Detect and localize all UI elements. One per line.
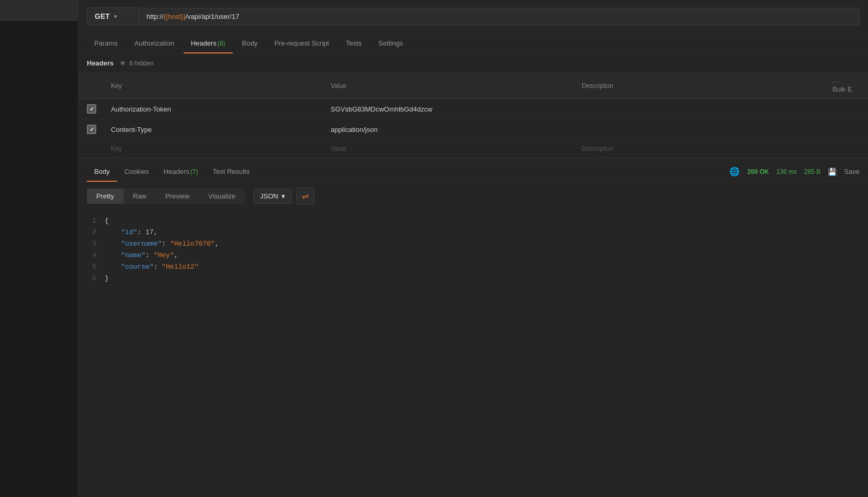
desc-cell-placeholder[interactable]: Description [576, 140, 826, 158]
tab-settings[interactable]: Settings [371, 33, 410, 53]
response-headers-badge: (7) [190, 168, 198, 175]
code-line-3: 3 "username": "Hello7070", [78, 238, 868, 250]
line-content: "course": "Hello12" [105, 261, 868, 273]
line-content: "name": "Hey", [105, 250, 868, 261]
chevron-down-icon: ▾ [114, 14, 117, 19]
chevron-down-icon: ▾ [281, 192, 285, 200]
sidebar-active-item[interactable] [0, 0, 78, 21]
key-cell-placeholder[interactable]: Key [105, 140, 324, 158]
line-number: 4 [78, 250, 105, 261]
headers-section: Headers 👁 6 hidden [78, 54, 868, 73]
th-key: Key [105, 73, 324, 99]
more-icon[interactable]: ··· [832, 78, 841, 85]
code-line-2: 2 "id": 17, [78, 227, 868, 238]
desc-cell[interactable] [576, 119, 826, 140]
key-cell[interactable]: Content-Type [105, 119, 324, 140]
action-cell [826, 99, 868, 119]
th-checkbox [78, 73, 105, 99]
app-container: GET ▾ http://{{host}}/vapi/api1/user/17 … [0, 0, 868, 497]
format-tab-preview[interactable]: Preview [156, 189, 199, 204]
status-size-label: 285 B [804, 168, 820, 175]
desc-cell[interactable] [576, 99, 826, 119]
url-template: {{host}} [164, 13, 186, 20]
table-header-row: Key Value Description ··· Bulk E [78, 73, 868, 99]
json-format-select[interactable]: JSON ▾ [253, 189, 292, 204]
response-tab-headers[interactable]: Headers(7) [156, 161, 206, 182]
json-key: "course" [121, 263, 153, 271]
json-brace: } [105, 274, 109, 282]
response-format-bar: Pretty Raw Preview Visualize JSON ▾ ⇌ [78, 182, 868, 210]
bulk-edit-label[interactable]: Bulk E [832, 85, 852, 93]
method-select[interactable]: GET ▾ [87, 7, 139, 25]
line-content: { [105, 215, 868, 227]
code-area: 1 { 2 "id": 17, 3 "username": "Hello7070… [78, 210, 868, 497]
headers-table: Key Value Description ··· Bulk E [78, 73, 868, 158]
url-display[interactable]: http://{{host}}/vapi/api1/user/17 [139, 8, 860, 25]
json-value: "Hello12" [162, 263, 198, 271]
tab-headers[interactable]: Headers(8) [184, 33, 233, 53]
value-cell[interactable]: application/json [324, 119, 576, 140]
th-description: Description [576, 73, 826, 99]
tab-authorization[interactable]: Authorization [127, 33, 182, 53]
json-brace: { [105, 217, 109, 225]
line-number: 3 [78, 238, 105, 250]
save-icon: 💾 [828, 168, 837, 176]
table-row: Content-Type application/json [78, 119, 868, 140]
action-cell [826, 119, 868, 140]
table-row: Authorization-Token SGVsbG83MDcwOmhlbGd4… [78, 99, 868, 119]
json-key: "id" [121, 228, 137, 236]
hidden-badge[interactable]: 👁 6 hidden [120, 60, 153, 67]
code-line-5: 5 "course": "Hello12" [78, 261, 868, 273]
status-time-label: 136 ms [776, 168, 797, 175]
json-value: "Hello7070" [170, 240, 215, 248]
json-key: "username" [121, 240, 162, 248]
method-label: GET [95, 12, 110, 20]
value-cell[interactable]: SGVsbG83MDcwOmhlbGd4dzcw [324, 99, 576, 119]
code-line-6: 6 } [78, 273, 868, 284]
response-tab-body[interactable]: Body [87, 161, 117, 182]
code-line-4: 4 "name": "Hey", [78, 250, 868, 261]
checkbox-cell[interactable] [78, 99, 105, 119]
checkbox-cell-empty [78, 140, 105, 158]
response-tab-cookies[interactable]: Cookies [117, 161, 156, 182]
globe-icon: 🌐 [729, 167, 740, 176]
save-label[interactable]: Save [844, 168, 860, 175]
line-content: "username": "Hello7070", [105, 238, 868, 250]
format-tab-pretty[interactable]: Pretty [87, 189, 123, 204]
line-content: } [105, 273, 868, 284]
sidebar [0, 0, 78, 497]
eye-icon: 👁 [120, 60, 126, 67]
tab-params[interactable]: Params [87, 33, 125, 53]
line-number: 5 [78, 261, 105, 273]
checkbox-authorization-token[interactable] [87, 104, 96, 114]
line-number: 6 [78, 273, 105, 284]
line-number: 2 [78, 227, 105, 238]
value-cell-placeholder[interactable]: Value [324, 140, 576, 158]
url-bar: GET ▾ http://{{host}}/vapi/api1/user/17 [78, 0, 868, 33]
response-tab-test-results[interactable]: Test Results [205, 161, 257, 182]
tab-tests[interactable]: Tests [339, 33, 369, 53]
json-value: 17 [145, 228, 154, 236]
wrap-button[interactable]: ⇌ [296, 187, 314, 205]
code-line-1: 1 { [78, 215, 868, 227]
key-cell[interactable]: Authorization-Token [105, 99, 324, 119]
url-suffix: /vapi/api1/user/17 [185, 13, 239, 20]
response-status-bar: 🌐 200 OK 136 ms 285 B 💾 Save [729, 167, 860, 176]
format-tab-raw[interactable]: Raw [123, 189, 156, 204]
wrap-icon: ⇌ [302, 191, 309, 201]
headers-badge: (8) [218, 40, 226, 47]
checkbox-cell[interactable] [78, 119, 105, 140]
tab-pre-request-script[interactable]: Pre-request Script [267, 33, 336, 53]
action-cell-empty [826, 140, 868, 158]
headers-table-container: Key Value Description ··· Bulk E [78, 73, 868, 158]
table-row-empty: Key Value Description [78, 140, 868, 158]
tab-body[interactable]: Body [235, 33, 265, 53]
checkbox-content-type[interactable] [87, 125, 96, 134]
url-prefix: http:// [146, 13, 164, 20]
json-value: "Hey" [154, 251, 174, 259]
format-tab-visualize[interactable]: Visualize [199, 189, 245, 204]
format-tabs: Pretty Raw Preview Visualize [87, 189, 245, 204]
section-divider [78, 158, 868, 159]
line-content: "id": 17, [105, 227, 868, 238]
response-tabs: Body Cookies Headers(7) Test Results 🌐 2… [78, 161, 868, 182]
